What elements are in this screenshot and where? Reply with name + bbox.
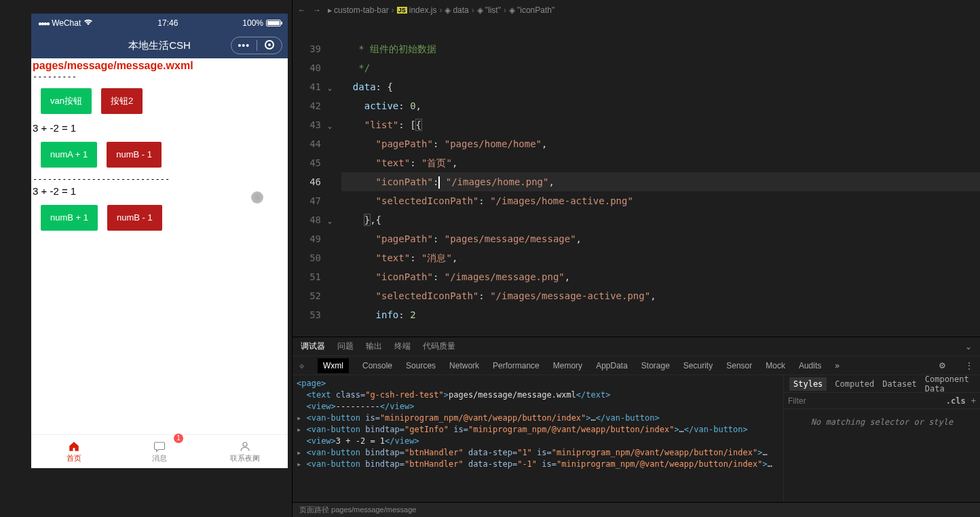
folder-icon: ▸ [328, 5, 332, 15]
fold-icon[interactable]: ⌄ [328, 117, 332, 136]
styles-tabs: StylesComputedDatasetComponent Data [784, 375, 980, 393]
add-style-icon[interactable]: + [971, 396, 976, 406]
capsule-button[interactable]: ••• [231, 37, 282, 54]
battery-percent: 100% [242, 18, 263, 28]
filter-input[interactable] [788, 396, 856, 406]
message-icon [153, 440, 166, 453]
wifi-icon [83, 18, 93, 28]
fold-icon[interactable]: ⌄ [328, 212, 332, 231]
nav-title: 本地生活CSH [128, 39, 191, 52]
panel-tab[interactable]: 代码质量 [423, 341, 455, 352]
devtools-tab[interactable]: Audits [799, 361, 821, 370]
devtools-tab[interactable]: Network [449, 361, 479, 370]
panel-tab[interactable]: 输出 [366, 341, 382, 352]
numb-plus-button[interactable]: numB + 1 [41, 205, 98, 231]
capsule-menu-icon[interactable]: ••• [231, 40, 257, 51]
panel-tabs-primary: 调试器问题输出终端代码质量⌄ [293, 337, 980, 356]
expression-2: 3 + -2 = 1 [31, 184, 288, 198]
js-file-icon: JS [397, 7, 407, 14]
fold-icon[interactable]: ⌄ [328, 79, 332, 98]
panel-tab[interactable]: 问题 [337, 341, 354, 352]
styles-subtab[interactable]: Component Data [925, 375, 975, 394]
styles-subtab[interactable]: Computed [835, 379, 874, 389]
cls-toggle[interactable]: .cls [946, 396, 966, 406]
wxml-dom-tree[interactable]: <page> <text class="g-csh-red-test">page… [293, 375, 783, 502]
tab-label: 消息 [152, 453, 167, 463]
nav-back-icon[interactable]: ← [298, 5, 306, 15]
battery-icon [266, 20, 281, 26]
numa-plus-button[interactable]: numA + 1 [41, 142, 97, 168]
kebab-icon[interactable]: ⋮ [965, 361, 973, 370]
numb-minus-button[interactable]: numB - 1 [107, 142, 162, 168]
tab-home[interactable]: 首页 [31, 435, 117, 468]
status-page-path: 页面路径 pages/message/message [299, 505, 416, 515]
tab-label: 首页 [67, 453, 81, 463]
bottom-panel: 调试器问题输出终端代码质量⌄ ⟐WxmlConsoleSourcesNetwor… [293, 337, 980, 502]
element-picker-icon[interactable]: ⟐ [299, 361, 304, 370]
phone-frame: ●●●● WeChat 17:46 100% 本地生活CSH ••• [31, 14, 288, 468]
divider-text-2: ---------------------------- [31, 174, 288, 184]
devtools-tab[interactable]: AppData [596, 361, 628, 370]
devtools-tab[interactable]: Sources [406, 361, 436, 370]
devtools-tab[interactable]: Security [683, 361, 713, 370]
devtools-tab[interactable]: Memory [553, 361, 582, 370]
divider-text: --------- [31, 72, 288, 81]
phone-nav-bar: 本地生活CSH ••• [31, 33, 288, 58]
no-match-message: No matching selector or style [784, 409, 980, 435]
signal-dots-icon: ●●●● [38, 20, 49, 27]
styles-subtab[interactable]: Dataset [882, 379, 917, 389]
devtools-tab[interactable]: Console [362, 361, 392, 370]
page-body[interactable]: pages/message/message.wxml --------- van… [31, 58, 288, 434]
tab-label: 联系夜阑 [230, 453, 260, 463]
symbol-icon: ◈ [509, 5, 515, 15]
nav-forward-icon[interactable]: → [313, 5, 321, 15]
symbol-icon: ◈ [477, 5, 483, 15]
styles-pane: StylesComputedDatasetComponent Data .cls… [783, 375, 980, 502]
code-editor[interactable]: 394041424344454647484950515253 ⌄⌄⌄ * 组件的… [293, 20, 980, 337]
touch-cursor-icon [251, 191, 263, 204]
panel-tab[interactable]: 终端 [394, 341, 411, 352]
capsule-close-icon[interactable] [257, 40, 282, 52]
devtools-tab[interactable]: Wxml [318, 358, 349, 373]
home-icon [68, 440, 80, 453]
van-button-1[interactable]: van按钮 [41, 88, 92, 114]
expression-1: 3 + -2 = 1 [31, 121, 288, 135]
clock-label: 17:46 [157, 18, 178, 28]
devtools-tab[interactable]: Mock [766, 361, 785, 370]
editor-top-bar: ← → ▸ custom-tab-bar › JS index.js › ◈ d… [293, 0, 980, 20]
collapse-icon[interactable]: ⌄ [965, 342, 972, 351]
tab-contact[interactable]: 联系夜阑 [202, 435, 288, 468]
devtools-tab[interactable]: Storage [641, 361, 670, 370]
devtools-tab[interactable]: Sensor [726, 361, 752, 370]
symbol-icon: ◈ [445, 5, 451, 15]
devtools-tab[interactable]: Performance [493, 361, 540, 370]
contact-icon [239, 440, 251, 453]
ide-status-bar: 页面路径 pages/message/message [293, 502, 980, 517]
more-tabs-icon[interactable]: » [835, 361, 840, 370]
tab-badge: 1 [174, 434, 183, 443]
carrier-label: WeChat [52, 18, 81, 28]
ide-pane: ← → ▸ custom-tab-bar › JS index.js › ◈ d… [292, 0, 980, 517]
simulator-pane: ●●●● WeChat 17:46 100% 本地生活CSH ••• [0, 0, 292, 517]
page-heading: pages/message/message.wxml [31, 58, 288, 72]
svg-point-0 [243, 442, 247, 446]
tabbar: 首页 1 消息 联系夜阑 [31, 434, 288, 468]
van-button-2[interactable]: 按钮2 [101, 88, 143, 114]
gear-icon[interactable]: ⚙ [939, 361, 946, 370]
tab-message[interactable]: 1 消息 [117, 435, 202, 468]
breadcrumb[interactable]: ▸ custom-tab-bar › JS index.js › ◈ data … [328, 5, 554, 15]
panel-tabs-devtools: ⟐WxmlConsoleSourcesNetworkPerformanceMem… [293, 356, 980, 375]
numb-minus-button-2[interactable]: numB - 1 [107, 205, 162, 231]
styles-subtab[interactable]: Styles [789, 377, 827, 391]
panel-tab[interactable]: 调试器 [301, 341, 325, 352]
phone-status-bar: ●●●● WeChat 17:46 100% [31, 14, 288, 33]
